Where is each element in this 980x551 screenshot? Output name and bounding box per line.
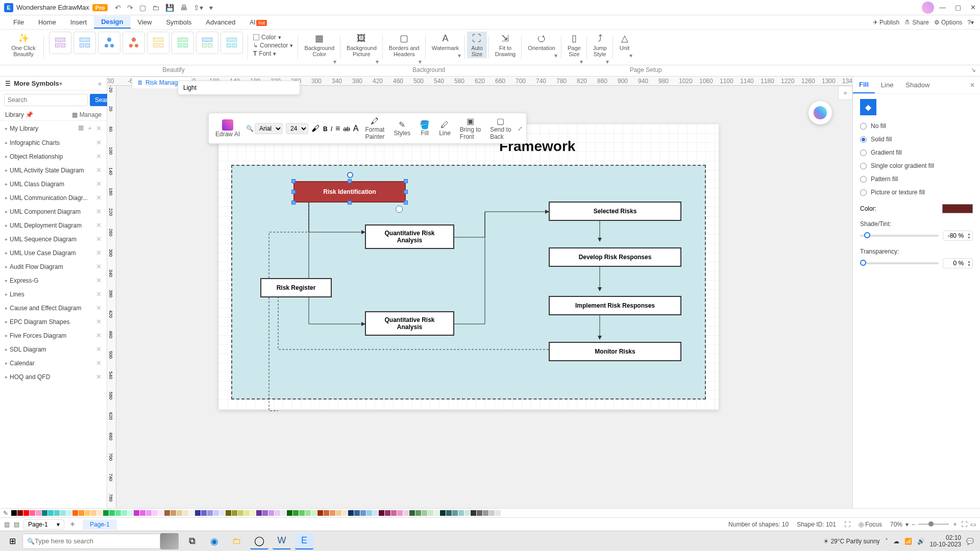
- palette-swatch[interactable]: [256, 510, 262, 516]
- palette-swatch[interactable]: [17, 510, 23, 516]
- palette-swatch[interactable]: [97, 510, 103, 516]
- fill-option[interactable]: Solid fill: [860, 133, 973, 146]
- selection-handle[interactable]: [291, 179, 296, 183]
- library-item[interactable]: ▸UML Activity State Diagram✕: [0, 163, 107, 177]
- borders-headers-button[interactable]: ▢Borders and Headers: [385, 32, 424, 58]
- palette-swatch[interactable]: [373, 510, 378, 516]
- selection-handle[interactable]: [291, 190, 296, 194]
- library-item[interactable]: ▸Lines✕: [0, 287, 107, 301]
- palette-swatch[interactable]: [207, 510, 213, 516]
- auto-size-button[interactable]: ⛶Auto Size: [467, 32, 487, 58]
- library-item[interactable]: ▸UML Class Diagram✕: [0, 177, 107, 191]
- strike-button[interactable]: ab: [343, 124, 350, 133]
- remove-library-icon[interactable]: ✕: [96, 235, 102, 243]
- palette-swatch[interactable]: [213, 510, 219, 516]
- ribbon-color-dropdown[interactable]: Color ▾: [253, 34, 293, 41]
- share-button[interactable]: ⫚ Share: [904, 19, 928, 26]
- palette-swatch[interactable]: [342, 510, 348, 516]
- remove-library-icon[interactable]: ✕: [96, 153, 102, 160]
- remove-library-icon[interactable]: ✕: [96, 318, 102, 325]
- node-risk-register[interactable]: Risk Register: [260, 278, 332, 297]
- pin-icon[interactable]: 📌: [26, 111, 33, 118]
- chrome-icon[interactable]: ◯: [250, 533, 268, 549]
- notifications-icon[interactable]: 💬: [966, 538, 974, 545]
- palette-swatch[interactable]: [489, 510, 495, 516]
- palette-swatch[interactable]: [201, 510, 207, 516]
- node-qra-bottom[interactable]: Quantitative Risk Analysis: [365, 311, 454, 336]
- edraw-ai-button[interactable]: Edraw AI: [212, 118, 243, 139]
- palette-swatch[interactable]: [440, 510, 446, 516]
- ai-assistant-bubble[interactable]: [808, 101, 832, 124]
- new-icon[interactable]: ▢: [139, 4, 146, 12]
- sidebar-collapse-icon[interactable]: «: [98, 80, 102, 87]
- task-view-icon[interactable]: ⧉: [183, 533, 201, 549]
- library-item[interactable]: ▸Cause and Effect Diagram✕: [0, 301, 107, 315]
- remove-library-icon[interactable]: ✕: [96, 221, 102, 229]
- palette-swatch[interactable]: [170, 510, 176, 516]
- library-item[interactable]: ▸EPC Diagram Shapes✕: [0, 315, 107, 329]
- menu-file[interactable]: File: [6, 16, 31, 28]
- undo-icon[interactable]: ↶: [115, 4, 121, 12]
- menu-view[interactable]: View: [131, 16, 159, 28]
- zoom-in-button[interactable]: ＋: [952, 520, 958, 529]
- clock[interactable]: 02:1010-10-2023: [930, 535, 961, 548]
- palette-swatch[interactable]: [66, 510, 72, 516]
- node-risk-identification[interactable]: Risk Identification: [293, 181, 406, 203]
- palette-swatch[interactable]: [30, 510, 35, 516]
- library-item[interactable]: ▸Object Relationship✕: [0, 149, 107, 163]
- jump-style-button[interactable]: ⤴Jump Style: [589, 32, 611, 58]
- rp-tab-fill[interactable]: Fill: [853, 77, 875, 93]
- menu-design[interactable]: Design: [94, 16, 130, 29]
- page-tab[interactable]: Page-1: [83, 519, 117, 530]
- cortana-image[interactable]: [160, 533, 179, 549]
- library-item[interactable]: ▸Express-G✕: [0, 273, 107, 287]
- palette-swatch[interactable]: [11, 510, 17, 516]
- palette-swatch[interactable]: [403, 510, 409, 516]
- node-develop-responses[interactable]: Develop Risk Responses: [549, 247, 681, 267]
- fill-tool-icon[interactable]: [860, 99, 876, 115]
- remove-library-icon[interactable]: ✕: [96, 290, 102, 298]
- palette-swatch[interactable]: [109, 510, 115, 516]
- add-icon[interactable]: ＋: [87, 124, 93, 133]
- redo-icon[interactable]: ↷: [127, 4, 133, 12]
- palette-swatch[interactable]: [495, 510, 501, 516]
- remove-library-icon[interactable]: ✕: [96, 359, 102, 367]
- styles-button[interactable]: ✎Styles: [390, 119, 413, 138]
- library-item[interactable]: ▸Audit Flow Diagram✕: [0, 260, 107, 273]
- palette-swatch[interactable]: [140, 510, 145, 516]
- options-button[interactable]: ⚙ Options: [934, 19, 963, 26]
- theme-light-dropdown[interactable]: Light: [178, 81, 300, 95]
- palette-swatch[interactable]: [379, 510, 384, 516]
- brush-icon[interactable]: 🖌: [311, 124, 320, 133]
- grid-icon[interactable]: ▦: [78, 124, 84, 133]
- library-item[interactable]: ▸SDL Diagram✕: [0, 342, 107, 356]
- qat-more-icon[interactable]: ▾: [209, 4, 213, 12]
- palette-swatch[interactable]: [464, 510, 470, 516]
- unit-button[interactable]: △Unit: [615, 32, 634, 52]
- palette-swatch[interactable]: [134, 510, 139, 516]
- palette-swatch[interactable]: [311, 510, 317, 516]
- palette-swatch[interactable]: [54, 510, 60, 516]
- orientation-button[interactable]: ⭯Orientation: [524, 32, 559, 52]
- remove-library-icon[interactable]: ✕: [96, 208, 102, 215]
- export-icon[interactable]: ⇧▾: [193, 4, 203, 12]
- ribbon-launcher-icon[interactable]: ↘: [971, 65, 980, 76]
- palette-swatch[interactable]: [195, 510, 201, 516]
- edrawmax-icon[interactable]: E: [295, 533, 313, 549]
- palette-swatch[interactable]: [91, 510, 96, 516]
- palette-swatch[interactable]: [238, 510, 243, 516]
- fill-option[interactable]: Single color gradient fill: [860, 159, 973, 172]
- palette-swatch[interactable]: [146, 510, 152, 516]
- minimize-icon[interactable]: ―: [939, 4, 946, 11]
- selection-handle[interactable]: [348, 179, 352, 183]
- background-color-button[interactable]: ▦Background Color: [300, 32, 338, 58]
- expand-right-panel-icon[interactable]: »: [838, 86, 852, 100]
- remove-library-icon[interactable]: ✕: [96, 373, 102, 381]
- taskbar-search[interactable]: 🔍: [22, 534, 160, 549]
- selection-handle[interactable]: [404, 190, 408, 194]
- palette-swatch[interactable]: [79, 510, 84, 516]
- font-size-select[interactable]: 24: [286, 123, 308, 134]
- maximize-icon[interactable]: ▢: [955, 4, 961, 11]
- page-size-button[interactable]: ▯Page Size: [564, 32, 585, 58]
- palette-swatch[interactable]: [103, 510, 109, 516]
